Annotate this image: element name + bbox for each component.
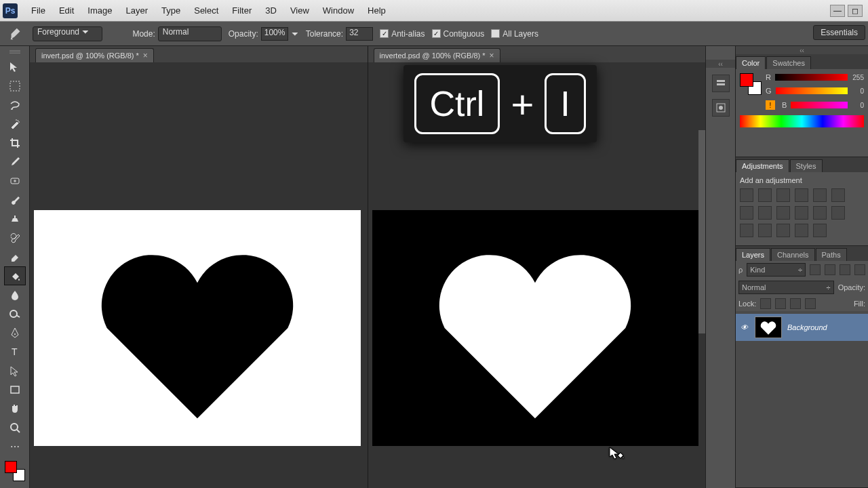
vertical-scrollbar[interactable] <box>698 130 705 333</box>
maximize-button[interactable]: ◻ <box>848 5 863 17</box>
minimize-button[interactable]: — <box>830 5 845 17</box>
adj-photo-filter-icon[interactable] <box>758 206 772 220</box>
menu-filter[interactable]: Filter <box>225 5 258 16</box>
tolerance-input[interactable]: 32 <box>346 27 373 41</box>
lock-transparency-icon[interactable] <box>760 298 771 309</box>
panel-tab-color[interactable]: Color <box>736 56 766 69</box>
blur-tool[interactable] <box>5 286 25 304</box>
adj-levels-icon[interactable] <box>758 188 772 202</box>
panel-tab-swatches[interactable]: Swatches <box>766 56 811 69</box>
document-tab-right[interactable]: inverted.psd @ 100% (RGB/8) * × <box>374 48 500 62</box>
hand-tool[interactable] <box>5 400 25 418</box>
menu-file[interactable]: File <box>24 5 52 16</box>
menu-view[interactable]: View <box>283 5 316 16</box>
foreground-color-swatch[interactable] <box>5 461 17 473</box>
canvas-right[interactable] <box>372 184 699 472</box>
path-select-tool[interactable] <box>5 362 25 380</box>
lock-image-icon[interactable] <box>775 298 786 309</box>
panel-tab-styles[interactable]: Styles <box>790 159 823 172</box>
adj-posterize-icon[interactable] <box>831 206 845 220</box>
healing-brush-tool[interactable] <box>5 172 25 190</box>
layer-filter-img-icon[interactable] <box>810 264 821 275</box>
marquee-tool[interactable] <box>5 77 25 95</box>
blue-slider[interactable] <box>791 102 848 108</box>
layer-thumbnail[interactable] <box>755 317 782 338</box>
adj-bw-icon[interactable] <box>740 206 753 220</box>
menu-select[interactable]: Select <box>187 5 225 16</box>
adj-color-lookup-icon[interactable] <box>795 206 808 220</box>
adj-hue-icon[interactable] <box>831 188 845 202</box>
layer-filter-shape-icon[interactable] <box>854 264 865 275</box>
adj-curves-icon[interactable] <box>776 188 790 202</box>
properties-panel-icon[interactable] <box>712 99 730 117</box>
gamut-warning-icon[interactable]: ! <box>766 100 775 110</box>
contiguous-checkbox[interactable] <box>432 29 441 38</box>
adj-exposure-icon[interactable] <box>795 188 808 202</box>
type-tool[interactable]: T <box>5 343 25 361</box>
adj-selective-color-icon[interactable] <box>776 224 790 237</box>
adj-gradient-map-icon[interactable] <box>758 224 772 237</box>
tab-close-icon[interactable]: × <box>143 51 148 60</box>
color-panel-swatch[interactable] <box>740 73 762 95</box>
adj-threshold-icon[interactable] <box>740 224 753 237</box>
hue-ramp[interactable] <box>740 115 864 127</box>
paint-bucket-tool[interactable] <box>5 267 25 285</box>
opacity-input[interactable]: 100% <box>261 27 288 41</box>
antialias-checkbox[interactable] <box>380 29 389 38</box>
adj-brightness-icon[interactable] <box>740 188 753 202</box>
layer-filter-type-icon[interactable] <box>840 264 850 275</box>
panel-tab-paths[interactable]: Paths <box>816 248 847 261</box>
lock-position-icon[interactable] <box>790 298 801 309</box>
adj-more1-icon[interactable] <box>795 224 808 237</box>
collapse-arrows-icon[interactable]: ‹‹ <box>706 60 735 68</box>
zoom-tool[interactable] <box>5 419 25 436</box>
lasso-tool[interactable] <box>5 96 25 114</box>
adj-vibrance-icon[interactable] <box>813 188 827 202</box>
layer-visibility-icon[interactable]: 👁 <box>738 323 749 331</box>
fill-source-select[interactable]: Foreground ⏷ <box>33 26 102 41</box>
move-tool[interactable] <box>5 58 25 76</box>
menu-help[interactable]: Help <box>361 5 393 16</box>
menu-window[interactable]: Window <box>316 5 361 16</box>
brush-tool[interactable] <box>5 191 25 209</box>
eyedropper-tool[interactable] <box>5 153 25 171</box>
menu-image[interactable]: Image <box>81 5 119 16</box>
dodge-tool[interactable] <box>5 305 25 323</box>
panel-tab-channels[interactable]: Channels <box>771 248 814 261</box>
layer-filter-select[interactable]: Kind÷ <box>747 263 806 277</box>
menu-edit[interactable]: Edit <box>52 5 81 16</box>
green-slider[interactable] <box>776 87 848 94</box>
menu-layer[interactable]: Layer <box>119 5 155 16</box>
blend-mode-select[interactable]: Normal <box>158 26 222 41</box>
clone-stamp-tool[interactable] <box>5 210 25 228</box>
crop-tool[interactable] <box>5 134 25 152</box>
pen-tool[interactable] <box>5 324 25 342</box>
history-panel-icon[interactable] <box>712 75 730 92</box>
magic-wand-tool[interactable] <box>5 115 25 133</box>
history-brush-tool[interactable] <box>5 229 25 247</box>
menu-3d[interactable]: 3D <box>258 5 283 16</box>
menu-type[interactable]: Type <box>155 5 187 16</box>
layer-blend-mode-select[interactable]: Normal÷ <box>738 281 834 294</box>
all-layers-checkbox[interactable] <box>491 29 500 38</box>
toolbox-grip-icon[interactable] <box>9 50 20 54</box>
document-tab-left[interactable]: invert.psd @ 100% (RGB/8) * × <box>35 48 154 62</box>
adj-invert-icon[interactable] <box>813 206 827 220</box>
foreground-background-swatch[interactable] <box>5 461 25 481</box>
rectangle-tool[interactable] <box>5 381 25 399</box>
adj-channel-mixer-icon[interactable] <box>776 206 790 220</box>
edit-toolbar-icon[interactable]: ⋯ <box>5 438 25 455</box>
tab-close-icon[interactable]: × <box>490 51 494 60</box>
adj-more2-icon[interactable] <box>813 224 827 237</box>
layer-item-background[interactable]: 👁 Background <box>736 314 868 341</box>
panel-tab-layers[interactable]: Layers <box>736 248 770 261</box>
layer-filter-adj-icon[interactable] <box>825 264 835 275</box>
workspace-switcher[interactable]: Essentials <box>813 25 865 40</box>
red-slider[interactable] <box>775 74 848 81</box>
panels-collapse-icon[interactable]: ‹‹ <box>736 46 868 54</box>
panel-tab-adjustments[interactable]: Adjustments <box>736 159 789 172</box>
lock-all-icon[interactable] <box>805 298 816 309</box>
active-tool-icon[interactable] <box>5 25 26 43</box>
eraser-tool[interactable] <box>5 248 25 266</box>
opacity-chevron-icon[interactable]: ⏷ <box>291 29 299 39</box>
